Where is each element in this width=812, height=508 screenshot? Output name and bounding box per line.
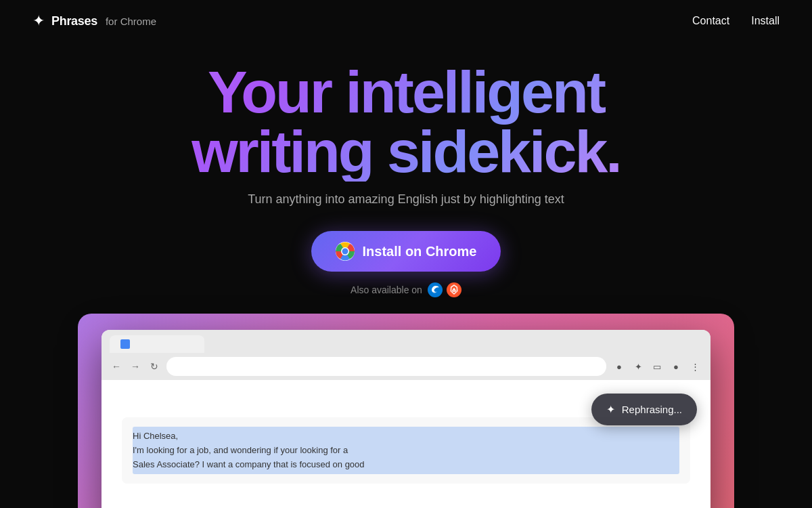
email-line3: Sales Associate? I want a company that i… (133, 458, 679, 472)
browser-content: ✦ Rephrasing... ​ Hi Chelsea, I'm lookin… (102, 380, 710, 508)
browser-window: ← → ↻ ● ✦ ▭ ● ⋮ ✦ Rephrasing... ​ (102, 330, 710, 508)
logo: ✦ Phrases for Chrome (32, 14, 156, 28)
extensions-icon[interactable]: ● (612, 359, 627, 374)
rephrasing-popup: ✦ Rephrasing... (591, 394, 697, 425)
reload-button[interactable]: ↻ (148, 360, 161, 373)
browser-mockup-wrapper: ← → ↻ ● ✦ ▭ ● ⋮ ✦ Rephrasing... ​ (78, 314, 734, 508)
browser-toolbar: ← → ↻ ● ✦ ▭ ● ⋮ (102, 353, 710, 380)
extensions-puzzle-icon[interactable]: ✦ (631, 359, 646, 374)
chrome-icon (336, 242, 355, 261)
browser-icons (428, 282, 461, 297)
navbar: ✦ Phrases for Chrome Contact Install (0, 0, 812, 42)
edge-icon (428, 282, 443, 297)
browser-tabs (110, 335, 702, 353)
browser-chrome (102, 330, 710, 353)
also-available-row: Also available on (351, 282, 461, 297)
install-nav-link[interactable]: Install (751, 15, 780, 27)
hero-title-line1: Your intelligent (208, 58, 604, 125)
hero-subtitle: Turn anything into amazing English just … (14, 192, 798, 207)
profile-icon[interactable]: ● (669, 359, 683, 374)
email-line2: I'm looking for a job, and wondering if … (133, 444, 679, 458)
nav-links: Contact Install (692, 15, 780, 27)
toolbar-icons: ● ✦ ▭ ● ⋮ (612, 359, 702, 374)
install-chrome-button[interactable]: Install on Chrome (311, 231, 501, 272)
menu-icon[interactable]: ⋮ (687, 359, 702, 374)
email-selected-text: Hi Chelsea, I'm looking for a job, and w… (133, 427, 679, 474)
forward-button[interactable]: → (129, 360, 142, 373)
rephrasing-label: Rephrasing... (622, 404, 682, 415)
logo-star-icon: ✦ (32, 14, 45, 28)
logo-brand-name: Phrases (51, 14, 97, 28)
email-content: Hi Chelsea, I'm looking for a job, and w… (122, 417, 690, 484)
email-line1: Hi Chelsea, (133, 429, 679, 444)
hero-title: Your intelligent writing sidekick. (14, 62, 798, 182)
email-compose-area: Hi Chelsea, I'm looking for a job, and w… (122, 417, 690, 484)
install-button-label: Install on Chrome (363, 244, 477, 259)
hero-section: Your intelligent writing sidekick. Turn … (0, 42, 812, 297)
svg-point-3 (342, 249, 348, 255)
back-button[interactable]: ← (110, 360, 123, 373)
split-view-icon[interactable]: ▭ (650, 359, 664, 374)
browser-tab-active (110, 335, 204, 353)
also-available-label: Also available on (351, 284, 422, 295)
contact-link[interactable]: Contact (692, 15, 729, 27)
rephrasing-star-icon: ✦ (606, 403, 615, 416)
cta-area: Install on Chrome Also available on (14, 231, 798, 297)
hero-title-line2: writing sidekick. (191, 118, 621, 185)
brave-icon (447, 282, 461, 297)
address-bar[interactable] (166, 357, 606, 376)
logo-subtext: for Chrome (106, 16, 156, 27)
svg-point-4 (428, 282, 443, 297)
tab-favicon (120, 339, 130, 349)
